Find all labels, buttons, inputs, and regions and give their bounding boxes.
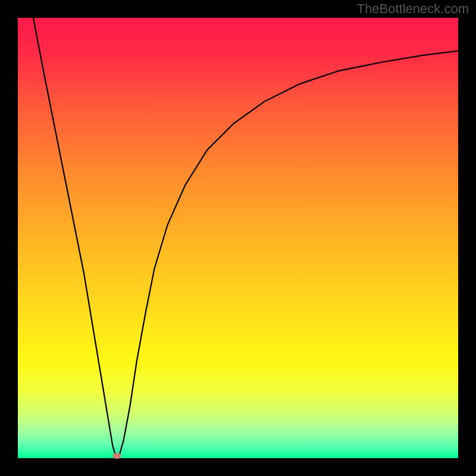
chart-gradient-bg [18,18,458,458]
bottleneck-chart [0,0,476,476]
chart-container: TheBottleneck.com [0,0,476,476]
optimal-marker [113,453,121,459]
watermark-text: TheBottleneck.com [357,1,469,17]
